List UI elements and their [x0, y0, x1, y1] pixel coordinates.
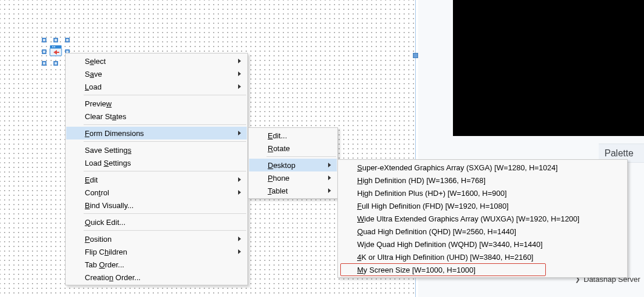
submenu-arrow-icon [238, 237, 241, 241]
menu-fd-desktop[interactable]: Desktop [249, 159, 337, 171]
resize-handle-ml[interactable] [42, 49, 46, 54]
submenu-arrow-icon [328, 163, 331, 167]
device-preview [453, 0, 644, 136]
menu-fd-phone[interactable]: Phone [249, 171, 337, 184]
menu-load-settings[interactable]: Load Settings [66, 156, 247, 169]
menu-control[interactable]: Control [66, 186, 247, 199]
form-dimensions-submenu: Edit... Rotate Desktop Phone Tablet [248, 127, 338, 199]
rest-request-icon [49, 44, 63, 58]
menu-separator [84, 124, 246, 125]
submenu-arrow-icon [238, 84, 241, 89]
menu-separator [84, 95, 246, 95]
menu-fd-rotate[interactable]: Rotate [249, 142, 337, 155]
menu-label: gh Definition Plus (HD+) [W=1600, H=900] [364, 189, 506, 198]
selected-component[interactable] [44, 40, 67, 63]
palette-title: Palette [605, 148, 634, 159]
menu-position[interactable]: Position [66, 232, 247, 245]
menu-res-hd[interactable]: High Definition (HD) [W=1366, H=768] [339, 174, 627, 187]
submenu-arrow-icon [238, 59, 241, 63]
resize-handle-tl[interactable] [42, 38, 46, 42]
menu-separator [267, 156, 336, 157]
submenu-arrow-icon [238, 190, 241, 195]
submenu-arrow-icon [328, 176, 331, 180]
menu-res-wuxga[interactable]: Wide Ultra Extended Graphics Array (WUXG… [339, 212, 627, 225]
submenu-arrow-icon [238, 71, 241, 76]
resize-handle-mb[interactable] [53, 61, 58, 66]
submenu-arrow-icon [238, 177, 241, 182]
resize-handle-mt[interactable] [53, 38, 58, 42]
menu-load[interactable]: Load [66, 80, 247, 93]
menu-label: de Quad High Definition (WQHD) [W=3440, … [366, 240, 542, 249]
menu-res-mine[interactable]: My Screen Size [W=1000, H=1000] [339, 263, 627, 276]
submenu-arrow-icon [238, 131, 241, 135]
svg-rect-0 [50, 45, 62, 48]
menu-edit[interactable]: Edit [66, 173, 247, 186]
submenu-arrow-icon [238, 249, 241, 254]
menu-label: igh Definition (HD) [W=1366, H=768] [362, 176, 485, 185]
resize-handle-bl[interactable] [42, 61, 46, 66]
svg-point-3 [54, 46, 55, 48]
menu-fd-tablet[interactable]: Tablet [249, 184, 337, 197]
menu-label: uad High Definition (QHD) [W=2560, H=144… [363, 227, 516, 236]
menu-preview[interactable]: Preview [66, 97, 247, 110]
menu-fd-edit[interactable]: Edit... [249, 129, 337, 142]
menu-res-wqhd[interactable]: Wide Quad High Definition (WQHD) [W=3440… [339, 238, 627, 251]
menu-label: ull High Definition (FHD) [W=1920, H=108… [362, 202, 509, 210]
menu-separator [84, 230, 246, 231]
menu-res-uhd[interactable]: 4K or Ultra High Definition (UHD) [W=384… [339, 251, 627, 263]
menu-res-hdp[interactable]: High Definition Plus (HD+) [W=1600, H=90… [339, 187, 627, 199]
menu-save[interactable]: Save [66, 67, 247, 80]
menu-quick-edit[interactable]: Quick Edit... [66, 216, 247, 228]
svg-point-2 [52, 46, 53, 48]
menu-res-qhd[interactable]: Quad High Definition (QHD) [W=2560, H=14… [339, 225, 627, 238]
menu-creation-order[interactable]: Creation Order... [66, 271, 247, 284]
menu-form-dimensions[interactable]: Form Dimensions [66, 127, 247, 139]
menu-flip-children[interactable]: Flip Children [66, 245, 247, 258]
context-menu: Select Save Load Preview Clear States Fo… [65, 53, 248, 285]
menu-clear-states[interactable]: Clear States [66, 110, 247, 123]
submenu-arrow-icon [328, 188, 331, 193]
resize-handle-tr[interactable] [65, 38, 70, 42]
menu-separator [84, 213, 246, 214]
menu-res-sxga[interactable]: Super-eXtended Graphics Array (SXGA) [W=… [339, 161, 627, 174]
viewport-resize-handle[interactable] [413, 53, 418, 58]
menu-select[interactable]: Select [66, 55, 247, 67]
menu-label: K or Ultra High Definition (UHD) [W=3840… [361, 253, 533, 262]
menu-res-fhd[interactable]: Full High Definition (FHD) [W=1920, H=10… [339, 199, 627, 212]
menu-bind-visually[interactable]: Bind Visually... [66, 199, 247, 212]
menu-separator [84, 171, 246, 171]
menu-separator [84, 141, 246, 142]
menu-tab-order[interactable]: Tab Order... [66, 258, 247, 271]
menu-label: uper-eXtended Graphics Array (SXGA) [W=1… [362, 163, 558, 172]
menu-save-settings[interactable]: Save Settings [66, 144, 247, 156]
desktop-resolutions-submenu: Super-eXtended Graphics Array (SXGA) [W=… [337, 159, 628, 278]
menu-label: y Screen Size [W=1000, H=1000] [364, 266, 476, 274]
menu-label: ide Ultra Extended Graphics Array (WUXGA… [364, 214, 580, 223]
